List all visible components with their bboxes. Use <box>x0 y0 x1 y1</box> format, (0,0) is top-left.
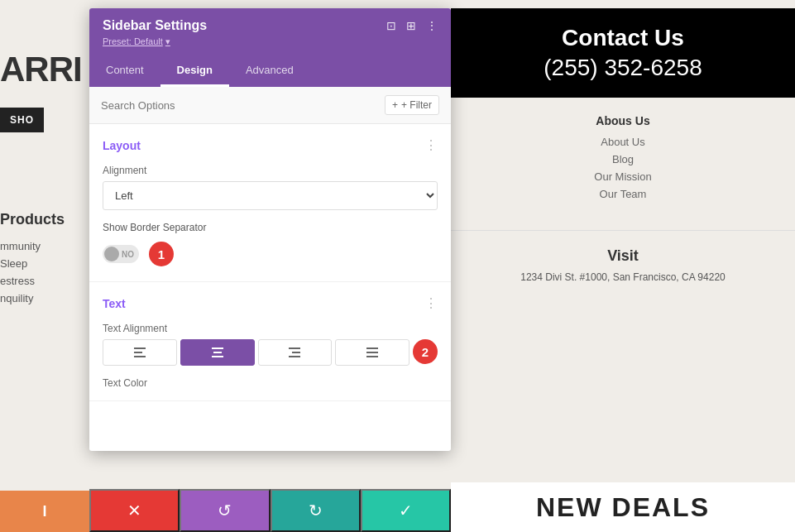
footer-link-team: Our Team <box>476 188 770 200</box>
more-icon[interactable]: ⋮ <box>426 19 438 32</box>
svg-rect-11 <box>366 356 378 357</box>
border-separator-label: Show Border Separator <box>103 222 438 233</box>
sidebar-panel: Sidebar Settings ⊡ ⊞ ⋮ Preset: Default ▾… <box>89 8 451 451</box>
border-toggle[interactable]: NO <box>103 245 139 263</box>
contact-phone: (255) 352-6258 <box>476 55 770 81</box>
text-section-title: Text <box>103 297 126 310</box>
footer-link-about: About Us <box>476 136 770 148</box>
panel-title: Sidebar Settings <box>103 18 207 33</box>
bg-right-content: Contact Us (255) 352-6258 Abous Us About… <box>451 0 795 532</box>
layout-section-header: Layout ⋮ <box>103 137 438 153</box>
text-color-label: Text Color <box>103 377 438 389</box>
footer-link-mission: Our Mission <box>476 170 770 183</box>
bg-left-strip: ARRI SHO Products mmunity Sleep estress … <box>0 0 89 532</box>
undo-button[interactable]: ↺ <box>180 489 270 532</box>
layout-section-menu-icon[interactable]: ⋮ <box>424 137 438 153</box>
svg-rect-0 <box>134 347 146 349</box>
bg-menu-item-2: Sleep <box>0 257 41 270</box>
search-input[interactable] <box>101 99 385 112</box>
cancel-icon: ✕ <box>127 501 141 520</box>
svg-rect-10 <box>366 352 378 353</box>
align-left-btn[interactable] <box>103 339 177 366</box>
svg-rect-8 <box>289 356 300 357</box>
filter-label: + Filter <box>401 99 432 111</box>
panel-toolbar: ✕ ↺ ↻ ✓ <box>89 489 451 532</box>
svg-rect-2 <box>134 356 146 357</box>
layout-section-title: Layout <box>103 139 141 152</box>
badge-2: 2 <box>413 339 438 364</box>
panel-preset[interactable]: Preset: Default ▾ <box>103 36 438 47</box>
redo-icon: ↻ <box>309 501 323 520</box>
toggle-row: NO 1 <box>103 242 438 266</box>
cancel-button[interactable]: ✕ <box>89 489 180 532</box>
bg-menu-item-4: nquility <box>0 292 41 304</box>
new-deals-banner: NEW DEALS <box>451 482 795 532</box>
panel-tabs: Content Design Advanced <box>89 55 451 87</box>
visit-title: Visit <box>476 247 770 265</box>
undo-icon: ↺ <box>218 501 232 520</box>
tab-content[interactable]: Content <box>89 55 160 87</box>
text-alignment-buttons: 2 <box>103 339 438 366</box>
bg-menu-items: mmunity Sleep estress nquility <box>0 240 41 304</box>
visit-section: Visit 1234 Divi St. #1000, San Francisco… <box>451 230 795 300</box>
redo-button[interactable]: ↻ <box>271 489 361 532</box>
save-icon: ✓ <box>399 501 413 520</box>
contact-title: Contact Us <box>476 25 770 51</box>
bg-menu-item-3: estress <box>0 275 41 287</box>
panel-header: Sidebar Settings ⊡ ⊞ ⋮ Preset: Default ▾ <box>89 8 451 55</box>
contact-header: Contact Us (255) 352-6258 <box>451 8 795 98</box>
preset-arrow[interactable]: ▾ <box>165 36 170 46</box>
text-section-header: Text ⋮ <box>103 295 438 311</box>
panel-header-top: Sidebar Settings ⊡ ⊞ ⋮ <box>103 18 438 33</box>
visit-address: 1234 Divi St. #1000, San Francisco, CA 9… <box>476 271 770 283</box>
preset-label: Preset: Default <box>103 36 163 46</box>
footer-section-title: Abous Us <box>476 114 770 127</box>
align-center-btn[interactable] <box>180 339 255 366</box>
toggle-thumb <box>104 247 119 261</box>
footer-link-blog: Blog <box>476 153 770 165</box>
badge-1: 1 <box>149 242 174 266</box>
bg-orange-bar: I <box>0 491 89 532</box>
alignment-select[interactable]: Left Center Right <box>103 181 438 210</box>
bg-menu-item-1: mmunity <box>0 240 41 252</box>
footer-links: Abous Us About Us Blog Our Mission Our T… <box>451 98 795 222</box>
text-alignment-label: Text Alignment <box>103 323 438 334</box>
save-button[interactable]: ✓ <box>361 489 451 532</box>
tab-advanced[interactable]: Advanced <box>229 55 310 87</box>
layout-section: Layout ⋮ Alignment Left Center Right Sho… <box>89 124 451 282</box>
svg-rect-5 <box>212 356 223 357</box>
svg-rect-6 <box>289 347 300 349</box>
svg-rect-9 <box>366 347 378 349</box>
filter-plus-icon: + <box>392 99 398 111</box>
text-section-menu-icon[interactable]: ⋮ <box>424 295 438 311</box>
svg-rect-4 <box>213 352 222 353</box>
align-right-btn[interactable] <box>258 339 333 366</box>
bg-logo: I <box>42 503 46 520</box>
align-justify-btn[interactable] <box>335 339 409 366</box>
bg-shop-button: SHO <box>0 108 44 132</box>
filter-button[interactable]: + + Filter <box>385 95 439 115</box>
bg-products-label: Products <box>0 211 65 228</box>
svg-rect-3 <box>212 347 223 349</box>
tab-design[interactable]: Design <box>160 55 229 87</box>
panel-header-icons: ⊡ ⊞ ⋮ <box>386 19 438 32</box>
panel-search-bar: + + Filter <box>89 87 451 124</box>
alignment-label: Alignment <box>103 165 438 176</box>
expand-icon[interactable]: ⊡ <box>386 19 396 32</box>
text-section: Text ⋮ Text Alignment <box>89 282 451 401</box>
new-deals-text: NEW DEALS <box>536 492 710 523</box>
bg-arrivals-text: ARRI <box>0 50 82 89</box>
layout-icon[interactable]: ⊞ <box>406 19 416 32</box>
panel-content: Layout ⋮ Alignment Left Center Right Sho… <box>89 124 451 451</box>
svg-rect-7 <box>292 352 300 353</box>
toggle-no-label: NO <box>122 250 134 259</box>
svg-rect-1 <box>134 352 142 353</box>
